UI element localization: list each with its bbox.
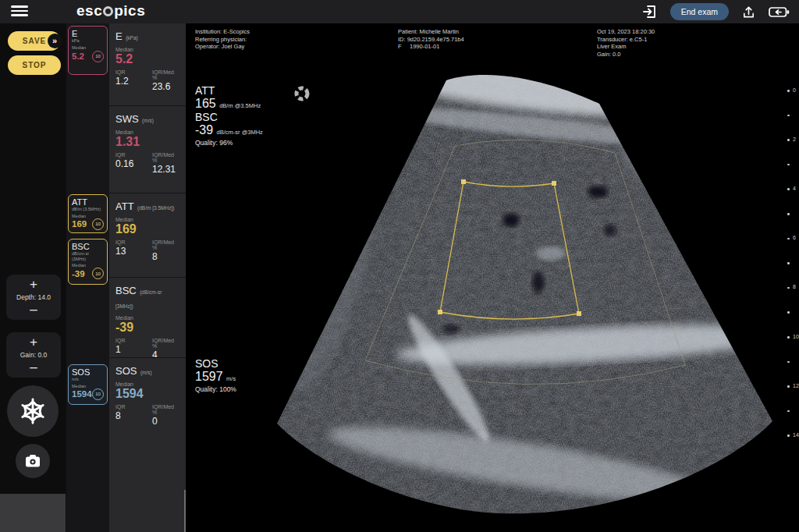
ultrasound-view[interactable]: Institution: E-Scopics Referring physici… bbox=[186, 23, 799, 532]
snowflake-icon bbox=[18, 396, 48, 426]
freeze-button[interactable] bbox=[7, 385, 59, 437]
gain-decrease-button[interactable]: – bbox=[6, 360, 61, 374]
minicard-elasticity[interactable]: E kPa Median 5.2 10 bbox=[68, 26, 108, 75]
ruler-dot bbox=[787, 164, 790, 166]
median-value: 5.2 bbox=[115, 52, 179, 66]
count-badge: 10 bbox=[92, 51, 104, 62]
count-badge: 10 bbox=[92, 268, 104, 279]
ruler-label: 6 bbox=[793, 235, 796, 240]
minicard-column: E kPa Median 5.2 10 ATT dB/m (3.5MHz) Me… bbox=[66, 23, 109, 532]
ultrasound-fan-image bbox=[186, 23, 799, 532]
panel-sos: SOS (m/s) Median 1594 IQR8 IQR/Med %0 bbox=[109, 357, 186, 443]
camera-button[interactable] bbox=[16, 444, 50, 478]
hamburger-menu-icon[interactable] bbox=[11, 5, 28, 18]
sos-measurement: SOS 1597 m/s Quality: 100% bbox=[195, 357, 236, 393]
institution-info: Institution: E-Scopics Referring physici… bbox=[195, 28, 250, 51]
gain-stepper: + Gain: 0.0 – bbox=[6, 332, 61, 378]
sos-value: 1597 bbox=[195, 370, 223, 383]
ruler-label: 2 bbox=[793, 137, 796, 142]
roi-handle[interactable] bbox=[577, 311, 581, 316]
median-value: -39 bbox=[115, 321, 179, 335]
save-more-icon[interactable]: » bbox=[48, 34, 62, 48]
results-column: E (kPa) Median 5.2 IQR1.2 IQR/Med %23.6 … bbox=[109, 23, 186, 532]
save-button[interactable]: SAVE » bbox=[8, 31, 61, 51]
battery-icon bbox=[769, 6, 790, 18]
roi-handle[interactable] bbox=[438, 310, 442, 314]
control-sidebar: SAVE » STOP + Depth: 14.0 – + Gain: 0.0 … bbox=[0, 23, 66, 532]
stop-button[interactable]: STOP bbox=[8, 55, 61, 75]
median-value: -39 bbox=[72, 269, 85, 278]
ruler-dot bbox=[787, 385, 790, 388]
ruler-dot bbox=[787, 90, 790, 92]
ruler-dot bbox=[787, 188, 790, 190]
att-value: 165 bbox=[195, 97, 216, 110]
ruler-dot bbox=[787, 238, 790, 240]
roi-handle[interactable] bbox=[552, 181, 556, 186]
median-value: 169 bbox=[115, 222, 179, 236]
scrollbar[interactable] bbox=[184, 490, 186, 532]
ruler-dot bbox=[787, 336, 790, 339]
gain-value-label: Gain: 0.0 bbox=[6, 351, 61, 359]
ruler-dot bbox=[787, 410, 790, 413]
end-exam-button[interactable]: End exam bbox=[670, 3, 729, 20]
median-value: 1594 bbox=[115, 387, 179, 401]
panel-att: ATT (dB/m [3.5MHz]) Median 169 IQR13 IQR… bbox=[109, 193, 186, 277]
median-value: 1.31 bbox=[115, 135, 179, 149]
ruler-dot bbox=[787, 262, 790, 264]
depth-decrease-button[interactable]: – bbox=[6, 303, 61, 317]
att-bsc-quality: Quality: 96% bbox=[195, 139, 263, 147]
ruler-dot bbox=[787, 115, 790, 117]
ruler-label: 4 bbox=[793, 186, 796, 191]
att-bsc-measurement: ATT 165 dB/m @3.5MHz BSC -39 dB/cm-sr @3… bbox=[195, 84, 263, 147]
gain-increase-button[interactable]: + bbox=[6, 335, 61, 349]
ruler-label: 10 bbox=[793, 334, 799, 339]
patient-info: Patient: Michelle Martin ID: 9d20.2159.4… bbox=[398, 28, 464, 51]
app-logo: escpics bbox=[76, 2, 145, 20]
top-bar: escpics End exam bbox=[0, 0, 799, 23]
ruler-label: 12 bbox=[793, 383, 799, 388]
logout-icon[interactable] bbox=[642, 4, 658, 20]
logo-ring-icon bbox=[103, 6, 113, 16]
count-badge: 10 bbox=[92, 388, 104, 400]
spinner-icon bbox=[293, 85, 311, 102]
bsc-value: -39 bbox=[195, 123, 213, 137]
minicard-bsc[interactable]: BSC dB/cm-sr (3MHz) Median -39 10 bbox=[68, 239, 108, 285]
ruler-dot bbox=[787, 434, 790, 437]
ruler-label: 0 bbox=[793, 87, 796, 93]
sidebar-footer-panel bbox=[0, 494, 66, 532]
depth-value-label: Depth: 14.0 bbox=[6, 293, 61, 301]
ruler-dot bbox=[787, 311, 790, 314]
median-value: 169 bbox=[72, 219, 87, 229]
depth-increase-button[interactable]: + bbox=[6, 278, 61, 292]
ruler-label: 8 bbox=[793, 284, 796, 289]
ruler-dot bbox=[787, 361, 790, 364]
upload-icon[interactable] bbox=[741, 5, 756, 20]
minicard-att[interactable]: ATT dB/m (3.5MHz) Median 169 10 bbox=[68, 194, 108, 233]
sos-quality: Quality: 100% bbox=[195, 385, 236, 393]
depth-stepper: + Depth: 14.0 – bbox=[6, 275, 61, 320]
app-window: escpics End exam bbox=[0, 0, 799, 532]
panel-sws: SWS (m/s) Median 1.31 IQR0.16 IQR/Med %1… bbox=[109, 105, 186, 193]
median-value: 5.2 bbox=[72, 51, 84, 61]
count-badge: 10 bbox=[92, 218, 104, 230]
ruler-dot bbox=[787, 287, 790, 289]
ruler-dot bbox=[787, 213, 790, 215]
exam-info: Oct 19, 2023 18:20:30 Transducer: e.C5-1… bbox=[597, 28, 655, 58]
panel-elasticity: E (kPa) Median 5.2 IQR1.2 IQR/Med %23.6 bbox=[109, 23, 186, 105]
median-value: 1594 bbox=[72, 389, 92, 399]
minicard-sos[interactable]: SOS m/s Median 1594 10 bbox=[68, 364, 108, 405]
ruler-dot bbox=[787, 139, 790, 141]
ruler-label: 14 bbox=[793, 432, 799, 438]
roi-handle[interactable] bbox=[461, 179, 466, 184]
camera-icon bbox=[24, 454, 41, 468]
panel-bsc: BSC (dB/cm-sr [3MHz]) Median -39 IQR1 IQ… bbox=[109, 277, 186, 357]
